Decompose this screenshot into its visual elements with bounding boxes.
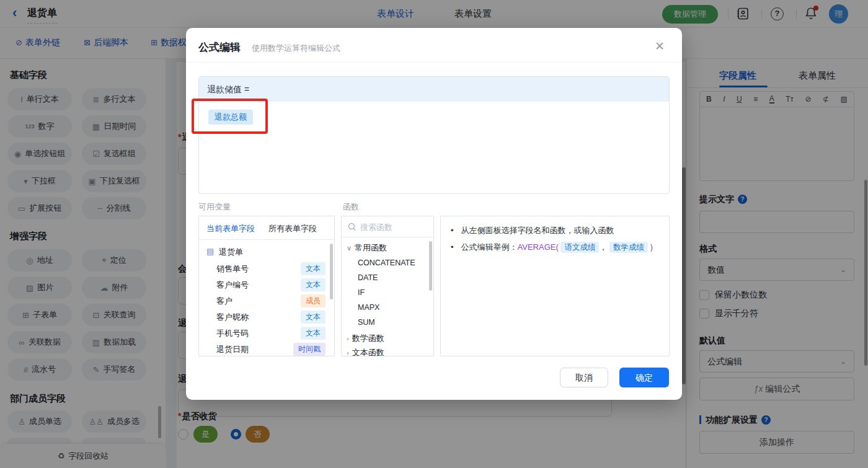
- divider: [186, 62, 682, 63]
- functions-scrollbar[interactable]: [429, 241, 432, 291]
- function-item[interactable]: DATE: [358, 273, 378, 282]
- tab-current-form-fields[interactable]: 当前表单字段: [206, 223, 255, 234]
- group-label: 文本函数: [352, 348, 384, 356]
- group-text-functions[interactable]: ›文本函数: [347, 347, 384, 356]
- chevron-down-icon: ∨: [347, 244, 352, 252]
- tree-root-row[interactable]: ▤ 退货单: [199, 244, 334, 260]
- functions-panel: 搜索函数 ∨常用函数 CONCATENATE DATE IF MAPX SUM …: [341, 216, 434, 356]
- variables-tabs: 当前表单字段 所有表单字段: [199, 216, 334, 240]
- variables-scrollbar[interactable]: [330, 244, 333, 299]
- variable-name: 客户: [216, 296, 232, 307]
- bullet: •: [451, 242, 454, 252]
- variable-name: 销售单号: [216, 263, 249, 275]
- fn-open: AVERAGE(: [518, 242, 559, 252]
- bullet: •: [451, 226, 454, 235]
- type-tag: 文本: [301, 278, 326, 291]
- variable-row[interactable]: 客户编号文本: [199, 276, 334, 293]
- chevron-right-icon: ›: [347, 335, 349, 342]
- function-search[interactable]: 搜索函数: [342, 216, 433, 237]
- type-tag: 文本: [301, 262, 326, 275]
- confirm-button[interactable]: 确定: [619, 368, 669, 387]
- function-item[interactable]: SUM: [358, 318, 375, 327]
- type-tag: 文本: [301, 327, 326, 340]
- tips-panel: •从左侧面板选择字段名和函数，或输入函数 •公式编辑举例：AVERAGE( 语文…: [440, 216, 670, 356]
- variable-row[interactable]: 退货日期时间戳: [199, 341, 334, 356]
- functions-label: 函数: [343, 201, 359, 213]
- type-tag: 成员: [301, 294, 326, 307]
- variables-label: 可用变量: [198, 201, 231, 213]
- group-common-functions[interactable]: ∨常用函数: [347, 242, 387, 254]
- annotation-red-box: [192, 99, 268, 134]
- variable-name: 手机号码: [216, 328, 249, 339]
- close-icon[interactable]: ✕: [655, 39, 665, 53]
- form-doc-icon: ▤: [206, 247, 214, 256]
- variable-row[interactable]: 客户成员: [199, 293, 334, 309]
- example-chip: 语文成绩: [560, 242, 599, 253]
- tip-line-2: •公式编辑举例：AVERAGE( 语文成绩， 数学成绩 ): [451, 242, 653, 253]
- function-item[interactable]: MAPX: [358, 303, 379, 312]
- tab-all-form-fields[interactable]: 所有表单字段: [268, 223, 317, 234]
- variable-name: 客户编号: [216, 280, 249, 291]
- chevron-right-icon: ›: [347, 349, 349, 356]
- formula-editor[interactable]: 退款储值 = 退款总额: [198, 76, 670, 194]
- variable-name: 客户昵称: [216, 312, 249, 323]
- example-chip: 数学成绩: [609, 242, 648, 253]
- variable-name: 退货日期: [216, 344, 249, 355]
- variable-row[interactable]: 销售单号文本: [199, 260, 334, 276]
- separator: ，: [599, 242, 607, 252]
- variable-row[interactable]: 客户昵称文本: [199, 309, 334, 325]
- variables-panel: 当前表单字段 所有表单字段 ▤ 退货单 销售单号文本 客户编号文本 客户成员 客…: [198, 216, 335, 356]
- app-root: ‹ 退货单 表单设计 表单设置 数据管理 ? 理 ⊘表单外链: [0, 0, 868, 468]
- function-item[interactable]: IF: [358, 288, 365, 297]
- formula-edit-modal: 公式编辑 使用数学运算符编辑公式 ✕ 退款储值 = 退款总额 可用变量 函数 当…: [186, 28, 682, 400]
- variable-row[interactable]: 手机号码文本: [199, 325, 334, 341]
- type-tag: 文本: [301, 311, 326, 324]
- modal-subtitle: 使用数学运算符编辑公式: [252, 43, 340, 54]
- search-placeholder: 搜索函数: [360, 222, 392, 233]
- group-label: 常用函数: [355, 243, 387, 252]
- type-tag: 时间戳: [293, 343, 326, 356]
- tip-text: 公式编辑举例：: [461, 242, 518, 252]
- cancel-button[interactable]: 取消: [560, 368, 608, 387]
- modal-title: 公式编辑: [198, 40, 241, 55]
- tip-line-1: •从左侧面板选择字段名和函数，或输入函数: [451, 225, 614, 236]
- search-icon: [348, 223, 356, 231]
- group-label: 数学函数: [352, 333, 384, 343]
- tree-root-label: 退货单: [219, 247, 243, 258]
- fn-close: ): [650, 242, 653, 252]
- tip-text: 从左侧面板选择字段名和函数，或输入函数: [461, 226, 614, 235]
- group-math-functions[interactable]: ›数学函数: [347, 333, 384, 344]
- function-item[interactable]: CONCATENATE: [358, 258, 415, 267]
- formula-lhs: 退款储值 =: [199, 77, 669, 102]
